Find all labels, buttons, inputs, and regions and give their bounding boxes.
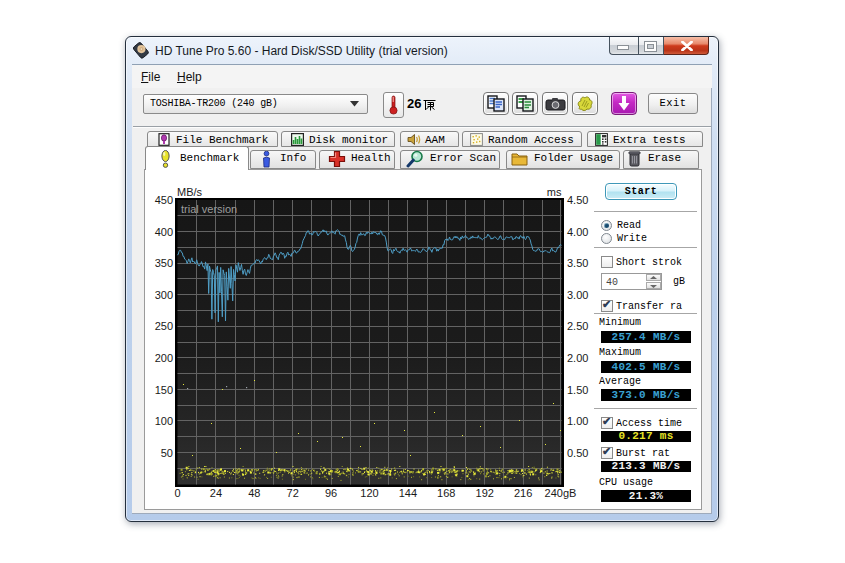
svg-text:50: 50 bbox=[161, 447, 173, 459]
svg-text:400: 400 bbox=[155, 226, 173, 238]
svg-text:240gB: 240gB bbox=[545, 487, 577, 499]
svg-text:96: 96 bbox=[325, 487, 337, 499]
svg-text:24: 24 bbox=[210, 487, 222, 499]
svg-text:0: 0 bbox=[174, 487, 180, 499]
svg-text:120: 120 bbox=[360, 487, 378, 499]
svg-text:1.50: 1.50 bbox=[567, 384, 588, 396]
svg-text:150: 150 bbox=[155, 384, 173, 396]
svg-text:450: 450 bbox=[155, 194, 173, 206]
svg-text:ms: ms bbox=[547, 186, 562, 198]
svg-text:1.00: 1.00 bbox=[567, 415, 588, 427]
svg-text:2.50: 2.50 bbox=[567, 320, 588, 332]
svg-text:192: 192 bbox=[476, 487, 494, 499]
svg-text:4.50: 4.50 bbox=[567, 194, 588, 206]
svg-text:250: 250 bbox=[155, 320, 173, 332]
svg-text:trial version: trial version bbox=[181, 203, 237, 215]
svg-text:3.50: 3.50 bbox=[567, 257, 588, 269]
svg-text:216: 216 bbox=[514, 487, 532, 499]
svg-text:72: 72 bbox=[287, 487, 299, 499]
svg-text:4.00: 4.00 bbox=[567, 226, 588, 238]
svg-text:300: 300 bbox=[155, 289, 173, 301]
svg-text:144: 144 bbox=[399, 487, 417, 499]
svg-text:350: 350 bbox=[155, 257, 173, 269]
svg-text:3.00: 3.00 bbox=[567, 289, 588, 301]
svg-text:100: 100 bbox=[155, 415, 173, 427]
svg-text:168: 168 bbox=[437, 487, 455, 499]
svg-text:48: 48 bbox=[248, 487, 260, 499]
svg-text:MB/s: MB/s bbox=[177, 186, 203, 198]
svg-text:0.50: 0.50 bbox=[567, 447, 588, 459]
svg-text:200: 200 bbox=[155, 352, 173, 364]
svg-text:2.00: 2.00 bbox=[567, 352, 588, 364]
